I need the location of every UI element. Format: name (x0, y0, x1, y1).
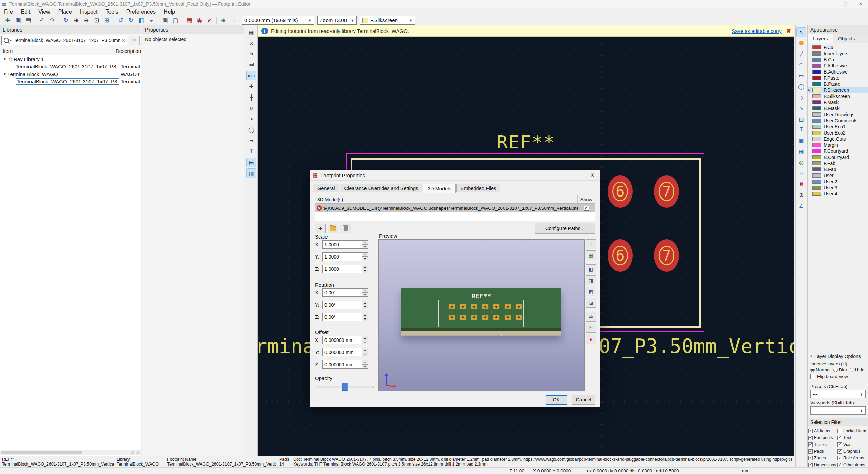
close-button[interactable]: ✕ (853, 0, 868, 8)
units-mm-button[interactable]: mm (246, 71, 256, 80)
model-preview[interactable]: REF** (378, 239, 585, 391)
rotation-x-input[interactable] (322, 288, 362, 297)
view-iso-button[interactable] (586, 298, 596, 308)
scale-y-input[interactable] (322, 252, 362, 261)
layer-color-swatch[interactable] (812, 143, 821, 147)
polygon-tool[interactable] (796, 92, 806, 102)
tab-3d-models[interactable]: 3D Models (423, 184, 455, 193)
layer-color-swatch[interactable] (812, 70, 821, 74)
layer-row[interactable]: User.Drawings (808, 111, 868, 118)
slider-handle[interactable] (342, 383, 348, 391)
layer-row[interactable]: B.Courtyard (808, 154, 868, 160)
cursor-shape-button[interactable] (246, 82, 256, 91)
dialog-close-button[interactable]: ✕ (585, 170, 600, 180)
zoom-fit-button[interactable] (92, 16, 101, 25)
save-button[interactable] (13, 16, 23, 25)
model-show-checkbox[interactable] (584, 206, 589, 211)
offset-x-input[interactable] (322, 336, 362, 344)
layer-row[interactable]: F.Fab (808, 160, 868, 166)
menu-preferences[interactable]: Preferences (122, 8, 160, 15)
menu-inspect[interactable]: Inspect (76, 8, 102, 15)
view-y-button[interactable] (586, 275, 596, 285)
flip-board-view-row[interactable]: Flip board view (808, 373, 868, 380)
stepper[interactable]: ▲▼ (362, 265, 368, 273)
zoom-in-button[interactable] (72, 16, 81, 25)
tab-clearance[interactable]: Clearance Overrides and Settings (340, 184, 423, 192)
filter-checkbox[interactable] (808, 449, 813, 454)
rotation-z-input[interactable] (322, 313, 362, 321)
textbox-tool[interactable] (796, 136, 806, 145)
expander-icon[interactable]: ▼ (2, 72, 7, 76)
stepper[interactable]: ▲▼ (362, 360, 368, 369)
selection-filter-item[interactable]: Footprints (808, 434, 837, 441)
layer-row[interactable]: F.Silkscreen (808, 87, 868, 93)
pad[interactable]: 7 (654, 239, 679, 272)
layer-row[interactable]: User.1 (808, 172, 868, 179)
layer-row[interactable]: User.2 (808, 179, 868, 185)
footprint-properties-button[interactable] (184, 16, 194, 25)
offset-y-input[interactable] (322, 348, 362, 356)
select-tool[interactable] (796, 27, 806, 37)
stepper[interactable]: ▲▼ (362, 252, 368, 261)
scale-x-input[interactable] (322, 240, 362, 249)
selection-filter-item[interactable]: Text (837, 434, 866, 441)
refresh-button[interactable] (61, 16, 71, 25)
layer-row[interactable]: User.4 (808, 191, 868, 197)
layer-color-swatch[interactable] (812, 64, 821, 68)
rotation-y-input[interactable] (322, 301, 362, 309)
pad[interactable]: 6 (608, 239, 633, 272)
selection-filter-item[interactable]: Locked items (837, 428, 866, 434)
magnetic-snap-button[interactable] (246, 103, 256, 113)
tab-objects[interactable]: Objects (833, 34, 860, 43)
line-tool[interactable] (796, 49, 806, 59)
arc-tool[interactable] (796, 60, 806, 69)
layer-color-swatch[interactable] (812, 131, 821, 135)
flip-board-view-checkbox[interactable] (810, 374, 815, 379)
undo-button[interactable] (37, 16, 47, 25)
layers-manager-button[interactable] (246, 158, 256, 167)
print-button[interactable] (23, 16, 33, 25)
browse-model-button[interactable] (328, 224, 338, 233)
stepper[interactable]: ▲▼ (362, 348, 368, 356)
layer-color-swatch[interactable] (812, 45, 821, 49)
layer-row[interactable]: F.Courtyard (808, 148, 868, 154)
model-path[interactable]: ${KICAD9_3DMODEL_DIR}/TerminalBlock_WAGO… (323, 206, 578, 211)
menu-help[interactable]: Help (160, 8, 179, 15)
radio-icon[interactable] (850, 368, 854, 372)
filter-checkbox[interactable] (837, 449, 842, 454)
layer-row[interactable]: F.Mask (808, 99, 868, 105)
layer-color-swatch[interactable] (812, 186, 821, 190)
layer-color-swatch[interactable] (812, 180, 821, 184)
tab-general[interactable]: General (313, 184, 339, 192)
filter-checkbox[interactable] (808, 429, 813, 433)
layer-row[interactable]: B.Cu (808, 57, 868, 63)
layer-color-swatch[interactable] (812, 192, 821, 196)
zoom-select[interactable]: Zoom 13.00 ▼ (317, 16, 357, 25)
flip-view-button[interactable] (586, 312, 596, 322)
filter-checkbox[interactable] (808, 456, 813, 460)
load-footprint-from-board-button[interactable] (219, 16, 228, 25)
layer-row[interactable]: F.Adhesive (808, 63, 868, 69)
tab-embedded-files[interactable]: Embedded Files (456, 184, 501, 192)
filter-checkbox[interactable] (837, 456, 842, 460)
layer-color-swatch[interactable] (812, 149, 821, 153)
stepper[interactable]: ▲▼ (362, 240, 368, 249)
layer-row[interactable]: B.Adhesive (808, 69, 868, 75)
menu-edit[interactable]: Edit (17, 8, 35, 15)
graphics-outline-button[interactable] (246, 136, 256, 145)
group-button[interactable] (160, 16, 170, 25)
reference-text[interactable]: REF** (461, 132, 590, 153)
layer-color-swatch[interactable] (812, 112, 821, 117)
ok-button[interactable]: OK (546, 395, 567, 405)
scroll-left-icon[interactable]: ◂ (130, 450, 135, 455)
layer-select[interactable]: F.Silkscreen ▼ (360, 16, 415, 25)
full-crosshair-button[interactable] (246, 92, 256, 102)
layer-row[interactable]: Edge.Cuts (808, 136, 868, 142)
layer-row[interactable]: F.Paste (808, 75, 868, 81)
footprint-node-selected[interactable]: TerminalBlock_WAGO_2601-3107_1x07_P3.50m… (0, 78, 141, 85)
high-contrast-button[interactable] (246, 114, 256, 124)
model-row[interactable]: ✕ ${KICAD9_3DMODEL_DIR}/TerminalBlock_WA… (315, 204, 595, 212)
presets-select[interactable]: --- ▼ (810, 390, 866, 398)
library-node[interactable]: ▼ TerminalBlock_WAGO WAGO term (0, 70, 141, 78)
offset-z-input[interactable] (322, 360, 362, 369)
